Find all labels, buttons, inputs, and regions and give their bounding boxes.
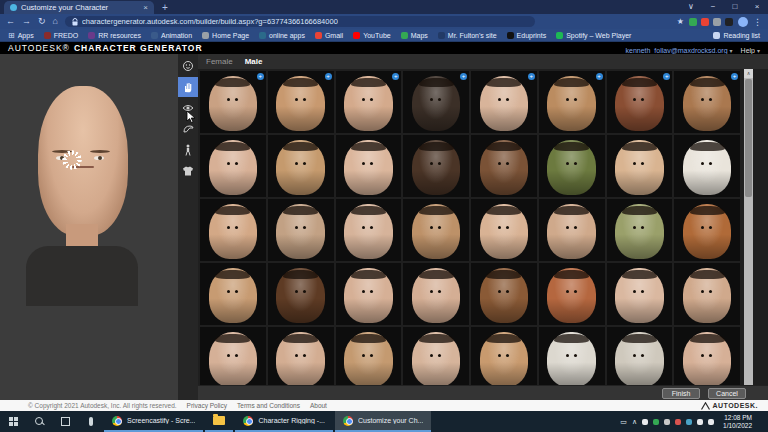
hidden-icons-icon[interactable]: ∧ [632, 418, 637, 426]
security-icon[interactable] [675, 419, 681, 425]
tool-clothing-icon[interactable] [178, 161, 198, 181]
face-thumbnail[interactable]: + [268, 71, 334, 133]
face-thumbnail[interactable]: + [200, 71, 266, 133]
taskbar-button[interactable] [205, 411, 233, 432]
url-field[interactable]: charactergenerator.autodesk.com/builder/… [65, 16, 535, 27]
scrollbar[interactable]: ∧ [744, 69, 753, 385]
face-thumbnail[interactable] [268, 263, 334, 325]
face-thumbnail[interactable] [471, 327, 537, 385]
face-thumbnail[interactable] [607, 199, 673, 261]
face-thumbnail[interactable] [539, 263, 605, 325]
face-thumbnail[interactable] [268, 135, 334, 197]
scroll-up-icon[interactable]: ∧ [744, 69, 753, 78]
bookmark-star-icon[interactable]: ★ [677, 17, 684, 26]
network-icon[interactable] [697, 419, 703, 425]
about-link[interactable]: About [310, 402, 327, 409]
tool-face-icon[interactable] [178, 56, 198, 76]
privacy-link[interactable]: Privacy Policy [187, 402, 227, 409]
tab-male[interactable]: Male [245, 57, 263, 66]
tool-skin-icon[interactable] [178, 77, 198, 97]
bookmark-item[interactable]: Spotify – Web Player [556, 32, 631, 39]
home-icon[interactable]: ⌂ [53, 14, 58, 29]
face-thumbnail[interactable] [336, 135, 402, 197]
face-thumbnail[interactable] [336, 263, 402, 325]
extension-icon[interactable] [713, 18, 721, 26]
face-thumbnail[interactable] [539, 327, 605, 385]
face-thumbnail[interactable] [674, 263, 740, 325]
reload-icon[interactable]: ↻ [38, 14, 46, 29]
extension-icon[interactable] [689, 18, 697, 26]
teams-icon[interactable] [686, 419, 692, 425]
forward-icon[interactable]: → [22, 14, 31, 29]
face-thumbnail[interactable] [674, 135, 740, 197]
taskbar-button[interactable]: Screencastify - Scre... [104, 411, 203, 432]
microphone-icon[interactable] [642, 419, 648, 425]
face-thumbnail[interactable] [336, 199, 402, 261]
bookmark-item[interactable]: RR resources [88, 32, 141, 39]
back-icon[interactable]: ← [6, 14, 15, 29]
task-view-button[interactable] [52, 411, 78, 432]
tool-body-icon[interactable] [178, 140, 198, 160]
face-thumbnail[interactable] [200, 263, 266, 325]
face-thumbnail[interactable] [674, 199, 740, 261]
face-thumbnail[interactable] [471, 135, 537, 197]
face-thumbnail[interactable] [607, 135, 673, 197]
face-thumbnail[interactable] [539, 199, 605, 261]
character-preview[interactable] [0, 54, 178, 400]
face-thumbnail[interactable]: + [607, 71, 673, 133]
apps-shortcut[interactable]: ⊞ Apps [8, 31, 34, 40]
onedrive-icon[interactable] [664, 419, 670, 425]
face-thumbnail[interactable]: + [674, 71, 740, 133]
face-thumbnail[interactable] [403, 135, 469, 197]
taskbar-clock[interactable]: 12:08 PM 1/10/2022 [719, 414, 756, 430]
bookmark-item[interactable]: Gmail [315, 32, 343, 39]
face-thumbnail[interactable] [200, 327, 266, 385]
pinned-app-button[interactable] [78, 411, 104, 432]
taskbar-button[interactable]: Character Rigging -... [235, 411, 333, 432]
extension-icon[interactable] [701, 18, 709, 26]
bookmark-item[interactable]: Maps [401, 32, 428, 39]
face-thumbnail[interactable] [268, 327, 334, 385]
taskbar-search-button[interactable] [26, 411, 52, 432]
minimize-button[interactable]: − [702, 0, 724, 14]
face-thumbnail[interactable]: + [539, 71, 605, 133]
browser-menu-icon[interactable]: ⋮ [753, 17, 762, 27]
face-thumbnail[interactable]: + [403, 71, 469, 133]
browser-tab[interactable]: Customize your Character × [4, 1, 154, 14]
face-thumbnail[interactable] [403, 327, 469, 385]
face-thumbnail[interactable] [268, 199, 334, 261]
bookmark-item[interactable]: YouTube [353, 32, 391, 39]
profile-avatar[interactable] [738, 17, 748, 27]
terms-link[interactable]: Terms and Conditions [237, 402, 300, 409]
screencastify-icon[interactable] [653, 419, 659, 425]
face-thumbnail[interactable] [471, 263, 537, 325]
tab-female[interactable]: Female [206, 57, 233, 66]
tab-close-icon[interactable]: × [143, 3, 148, 12]
maximize-button[interactable]: □ [724, 0, 746, 14]
bookmark-item[interactable]: online apps [259, 32, 305, 39]
bookmark-item[interactable]: Home Page [202, 32, 249, 39]
face-thumbnail[interactable] [539, 135, 605, 197]
face-thumbnail[interactable] [336, 327, 402, 385]
close-button[interactable]: × [746, 0, 768, 14]
face-thumbnail[interactable] [471, 199, 537, 261]
face-thumbnail[interactable] [200, 135, 266, 197]
face-thumbnail[interactable] [607, 327, 673, 385]
reading-list-button[interactable]: Reading list [713, 32, 760, 39]
tab-search-icon[interactable]: ∨ [680, 0, 702, 14]
extension-icon[interactable] [725, 18, 733, 26]
finish-button[interactable]: Finish [662, 388, 700, 399]
face-thumbnail[interactable]: + [471, 71, 537, 133]
bookmark-item[interactable]: FREDO [44, 32, 79, 39]
start-button[interactable] [0, 411, 26, 432]
bookmark-item[interactable]: Mr. Fulton's site [438, 32, 497, 39]
face-thumbnail[interactable] [403, 199, 469, 261]
bookmark-item[interactable]: Eduprints [507, 32, 547, 39]
face-thumbnail[interactable]: + [336, 71, 402, 133]
face-thumbnail[interactable] [403, 263, 469, 325]
taskbar-button[interactable]: Customize your Ch... [335, 411, 431, 432]
face-thumbnail[interactable] [607, 263, 673, 325]
face-thumbnail[interactable] [674, 327, 740, 385]
scrollbar-thumb[interactable] [745, 79, 752, 197]
new-tab-button[interactable]: + [162, 1, 168, 14]
